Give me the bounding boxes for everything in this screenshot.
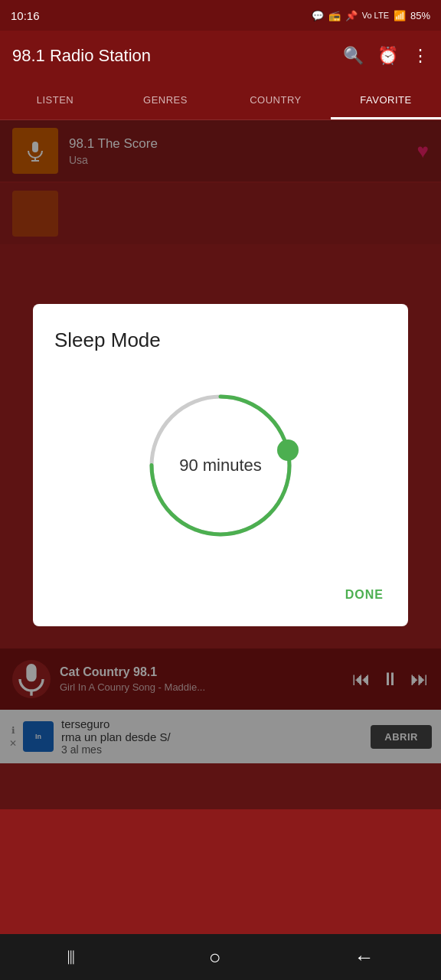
dialog-overlay: Sleep Mode xyxy=(0,120,441,809)
whatsapp-icon: 💬 xyxy=(312,10,324,21)
status-bar: 10:16 💬 📻 📌 Vo LTE 📶 85% xyxy=(0,0,441,31)
header-actions: 🔍 ⏰ ⋮ xyxy=(343,46,429,66)
network-icon: Vo LTE xyxy=(362,11,389,20)
dialog-actions: DONE xyxy=(54,582,387,608)
status-icons: 💬 📻 📌 Vo LTE 📶 85% xyxy=(312,10,430,21)
alarm-icon[interactable]: ⏰ xyxy=(377,46,398,66)
dialog-title: Sleep Mode xyxy=(54,328,387,352)
nav-back-button[interactable]: ← xyxy=(354,946,374,969)
nav-menu-icon: ⫴ xyxy=(67,946,75,969)
app-header: 98.1 Radio Station 🔍 ⏰ ⋮ xyxy=(0,31,441,80)
pinterest-icon: 📌 xyxy=(345,10,358,21)
nav-bar: ⫴ ○ ← xyxy=(0,934,441,980)
app-title: 98.1 Radio Station xyxy=(12,46,343,66)
tab-listen[interactable]: LISTEN xyxy=(0,80,110,119)
search-icon[interactable]: 🔍 xyxy=(343,46,364,66)
nav-home-button[interactable]: ○ xyxy=(209,946,221,969)
tab-country[interactable]: COUNTRY xyxy=(220,80,331,119)
done-button[interactable]: DONE xyxy=(342,582,387,608)
radio-icon: 📻 xyxy=(328,10,341,21)
tab-favorite[interactable]: FAVORITE xyxy=(331,80,441,119)
sleep-mode-dialog: Sleep Mode xyxy=(33,304,408,626)
nav-back-icon: ← xyxy=(354,946,374,969)
tab-bar: LISTEN GENRES COUNTRY FAVORITE xyxy=(0,80,441,120)
timer-handle[interactable] xyxy=(277,439,299,461)
timer-container: 90 minutes xyxy=(54,374,387,557)
battery-indicator: 85% xyxy=(410,10,430,21)
signal-icon: 📶 xyxy=(394,10,406,21)
timer-minutes: 90 minutes xyxy=(179,456,262,475)
more-options-icon[interactable]: ⋮ xyxy=(412,46,429,66)
status-time: 10:16 xyxy=(11,9,40,22)
nav-menu-button[interactable]: ⫴ xyxy=(67,946,75,969)
tab-genres[interactable]: GENRES xyxy=(110,80,220,119)
nav-home-icon: ○ xyxy=(209,946,221,969)
main-content: 98.1 The Score Usa ♥ Sleep Mode xyxy=(0,120,441,809)
